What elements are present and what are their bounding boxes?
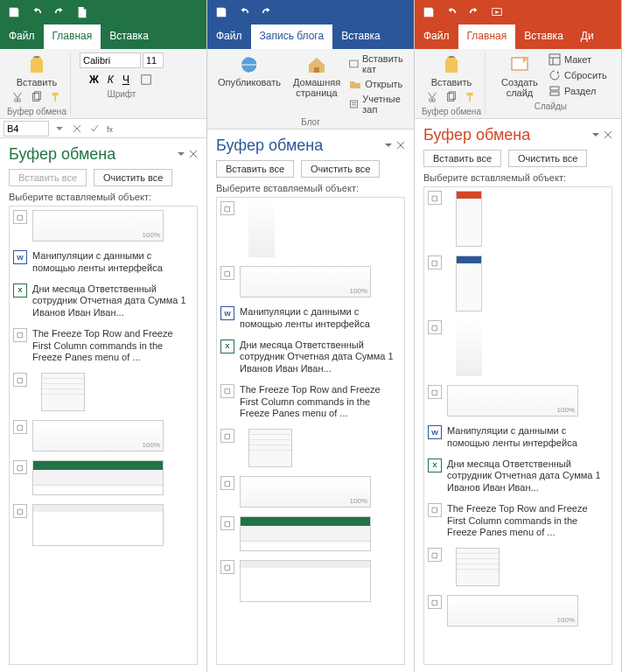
clip-item[interactable]: WМанипуляции с данными с помощью ленты и… xyxy=(220,306,401,331)
clip-item[interactable]: WМанипуляции с данными с помощью ленты и… xyxy=(13,250,193,275)
confirm-icon[interactable] xyxy=(87,122,101,136)
tab-home[interactable]: Главная xyxy=(44,24,101,49)
tab-file[interactable]: Файл xyxy=(0,24,44,49)
clip-item[interactable]: ▢ xyxy=(220,516,401,551)
clip-item[interactable]: ▢ xyxy=(220,266,401,298)
clip-item[interactable]: XДни месяца Ответственный сотрудник Отче… xyxy=(220,340,401,375)
reset-button[interactable]: Сбросить xyxy=(549,68,607,82)
excel-ribbon: Вставить Буфер обмена Ж К Ч Шрифт xyxy=(0,49,206,119)
clip-item[interactable]: ▢ xyxy=(220,429,401,467)
clip-item[interactable]: ▢ xyxy=(220,201,401,257)
clip-item[interactable]: ▢The Freeze Top Row and Freeze First Col… xyxy=(220,384,401,420)
layout-button[interactable]: Макет xyxy=(549,52,607,66)
insert-category-button[interactable]: Вставить кат xyxy=(349,52,407,75)
save-icon[interactable] xyxy=(422,5,436,19)
document-icon[interactable] xyxy=(75,5,89,19)
clip-text: The Freeze Top Row and Freeze First Colu… xyxy=(240,384,401,420)
group-slides: Создать слайд Макет Сбросить Раздел Слай… xyxy=(491,52,611,116)
clip-item[interactable]: ▢ xyxy=(428,385,608,416)
tab-design[interactable]: Ди xyxy=(572,24,603,49)
clip-item[interactable]: ▢The Freeze Top Row and Freeze First Col… xyxy=(428,503,608,539)
font-name-input[interactable] xyxy=(80,52,141,68)
save-icon[interactable] xyxy=(7,5,21,19)
tab-insert[interactable]: Вставка xyxy=(101,24,157,49)
clip-item[interactable]: ▢ xyxy=(13,504,193,546)
cancel-icon[interactable] xyxy=(70,122,84,136)
pane-close-icon[interactable] xyxy=(396,140,405,152)
clip-item[interactable]: ▢ xyxy=(13,210,193,242)
clip-thumb xyxy=(447,385,578,416)
section-button[interactable]: Раздел xyxy=(549,84,607,98)
clip-item[interactable]: ▢ xyxy=(220,476,401,508)
clear-all-button[interactable]: Очистить все xyxy=(94,169,172,186)
ppt-tabs: Файл Главная Вставка Ди xyxy=(415,24,621,49)
redo-icon[interactable] xyxy=(260,5,274,19)
clip-item[interactable]: ▢ xyxy=(13,373,193,411)
tab-file[interactable]: Файл xyxy=(207,24,251,49)
paste-label: Вставить xyxy=(431,77,472,88)
border-icon[interactable] xyxy=(138,72,154,88)
bold-button[interactable]: Ж xyxy=(89,74,99,86)
copy-icon[interactable] xyxy=(29,89,45,105)
open-button[interactable]: Открыть xyxy=(349,77,407,91)
word-icon: W xyxy=(13,250,27,264)
cut-icon[interactable] xyxy=(424,89,440,105)
clip-item[interactable]: ▢ xyxy=(428,320,608,376)
publish-button[interactable]: Опубликовать xyxy=(214,52,284,116)
clip-item[interactable]: ▢ xyxy=(428,256,608,312)
format-painter-icon[interactable] xyxy=(463,89,479,105)
pane-options-icon[interactable] xyxy=(591,130,600,142)
cut-icon[interactable] xyxy=(10,89,25,105)
italic-button[interactable]: К xyxy=(108,74,114,86)
pane-options-icon[interactable] xyxy=(177,149,185,161)
clip-item[interactable]: WМанипуляции с данными с помощью ленты и… xyxy=(428,425,608,450)
undo-icon[interactable] xyxy=(237,5,251,19)
paste-all-button[interactable]: Вставить все xyxy=(216,160,294,178)
tab-insert[interactable]: Вставка xyxy=(332,24,389,49)
clip-item[interactable]: ▢ xyxy=(428,595,608,626)
clear-all-button[interactable]: Очистить все xyxy=(508,150,587,167)
clip-item[interactable]: ▢ xyxy=(13,420,193,452)
redo-icon[interactable] xyxy=(52,5,66,19)
clip-thumb xyxy=(240,560,371,602)
clear-all-button[interactable]: Очистить все xyxy=(301,160,380,178)
accounts-button[interactable]: Учетные зап xyxy=(349,93,407,116)
copy-icon[interactable] xyxy=(444,89,459,105)
fx-icon[interactable]: fx xyxy=(105,122,119,136)
tab-home[interactable]: Главная xyxy=(458,24,516,49)
svg-rect-13 xyxy=(550,92,559,95)
tab-blog[interactable]: Запись блога xyxy=(251,24,333,49)
clip-item[interactable]: XДни месяца Ответственный сотрудник Отче… xyxy=(428,458,608,494)
pane-close-icon[interactable] xyxy=(604,130,612,142)
dropdown-icon[interactable] xyxy=(52,122,66,136)
ppt-ribbon: Вставить Буфер обмена Создать слайд Маке… xyxy=(415,49,621,119)
clip-item[interactable]: ▢ xyxy=(428,191,608,247)
tab-file[interactable]: Файл xyxy=(415,24,458,49)
clip-item[interactable]: ▢ xyxy=(220,560,401,602)
clip-item[interactable]: ▢ xyxy=(428,548,608,586)
clip-item[interactable]: ▢ xyxy=(13,460,193,495)
cell-reference-input[interactable] xyxy=(3,121,49,136)
undo-icon[interactable] xyxy=(30,5,44,19)
pane-options-icon[interactable] xyxy=(384,140,393,152)
slideshow-icon[interactable] xyxy=(490,5,504,19)
clip-item[interactable]: XДни месяца Ответственный сотрудник Отче… xyxy=(13,284,193,319)
clip-thumb xyxy=(447,595,578,626)
pane-close-icon[interactable] xyxy=(189,149,198,161)
clip-thumb xyxy=(456,191,482,247)
redo-icon[interactable] xyxy=(467,5,481,19)
new-slide-button[interactable]: Создать слайд xyxy=(494,52,545,100)
clip-item[interactable]: ▢The Freeze Top Row and Freeze First Col… xyxy=(13,328,193,364)
font-size-input[interactable] xyxy=(143,52,164,68)
paste-all-button[interactable]: Вставить все xyxy=(423,150,501,167)
underline-button[interactable]: Ч xyxy=(122,74,129,86)
tab-insert[interactable]: Вставка xyxy=(515,24,572,49)
paste-button[interactable]: Вставить xyxy=(428,52,476,89)
undo-icon[interactable] xyxy=(444,5,458,19)
paste-all-button[interactable]: Вставить все xyxy=(9,169,87,186)
save-icon[interactable] xyxy=(214,5,228,19)
format-painter-icon[interactable] xyxy=(48,89,64,105)
homepage-button[interactable]: Домашняя страница xyxy=(290,52,344,116)
paste-button[interactable]: Вставить xyxy=(13,52,61,89)
clip-text: Манипуляции с данными с помощью ленты ин… xyxy=(240,306,401,331)
